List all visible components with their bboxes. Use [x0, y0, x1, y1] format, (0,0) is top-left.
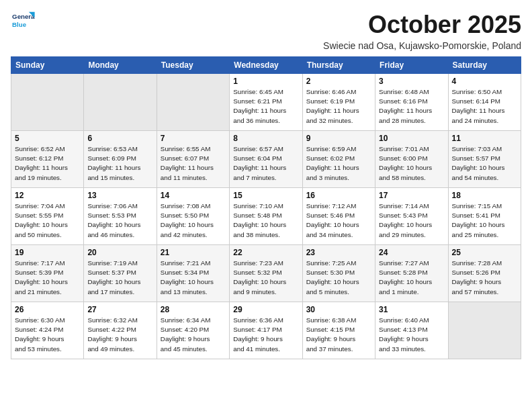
day-info: Sunrise: 6:32 AM Sunset: 4:22 PM Dayligh…	[87, 316, 152, 354]
svg-text:Blue: Blue	[12, 21, 27, 28]
day-number: 3	[379, 77, 444, 86]
location-subtitle: Swiecie nad Osa, Kujawsko-Pomorskie, Pol…	[323, 40, 521, 51]
calendar-day-12: 12Sunrise: 7:04 AM Sunset: 5:55 PM Dayli…	[11, 188, 84, 245]
day-header-sunday: Sunday	[11, 57, 84, 74]
day-number: 14	[161, 191, 226, 200]
day-info: Sunrise: 6:30 AM Sunset: 4:24 PM Dayligh…	[15, 316, 80, 354]
day-info: Sunrise: 7:21 AM Sunset: 5:34 PM Dayligh…	[161, 259, 226, 297]
day-number: 9	[306, 134, 371, 143]
calendar-day-16: 16Sunrise: 7:12 AM Sunset: 5:46 PM Dayli…	[302, 188, 375, 245]
day-number: 5	[15, 134, 80, 143]
day-number: 18	[452, 191, 517, 200]
day-header-saturday: Saturday	[448, 57, 521, 74]
calendar-day-18: 18Sunrise: 7:15 AM Sunset: 5:41 PM Dayli…	[448, 188, 521, 245]
calendar-week-3: 12Sunrise: 7:04 AM Sunset: 5:55 PM Dayli…	[11, 188, 521, 245]
day-info: Sunrise: 6:45 AM Sunset: 6:21 PM Dayligh…	[233, 87, 298, 126]
day-header-wednesday: Wednesday	[230, 57, 302, 74]
calendar-day-25: 25Sunrise: 7:28 AM Sunset: 5:26 PM Dayli…	[448, 245, 521, 302]
empty-cell	[11, 74, 84, 131]
calendar-day-8: 8Sunrise: 6:57 AM Sunset: 6:04 PM Daylig…	[230, 131, 302, 188]
day-header-friday: Friday	[375, 57, 448, 74]
day-number: 20	[87, 248, 152, 257]
day-info: Sunrise: 6:40 AM Sunset: 4:13 PM Dayligh…	[379, 316, 444, 354]
calendar-day-31: 31Sunrise: 6:40 AM Sunset: 4:13 PM Dayli…	[375, 302, 448, 359]
day-number: 17	[379, 191, 444, 200]
calendar-day-3: 3Sunrise: 6:48 AM Sunset: 6:16 PM Daylig…	[375, 74, 448, 131]
day-info: Sunrise: 7:01 AM Sunset: 6:00 PM Dayligh…	[379, 144, 444, 183]
day-info: Sunrise: 6:36 AM Sunset: 4:17 PM Dayligh…	[233, 316, 298, 354]
calendar-day-19: 19Sunrise: 7:17 AM Sunset: 5:39 PM Dayli…	[11, 245, 84, 302]
day-info: Sunrise: 6:55 AM Sunset: 6:07 PM Dayligh…	[161, 144, 226, 183]
day-number: 1	[233, 77, 298, 86]
day-number: 31	[379, 305, 444, 314]
day-number: 7	[161, 134, 226, 143]
empty-cell	[157, 74, 229, 131]
calendar-day-17: 17Sunrise: 7:14 AM Sunset: 5:43 PM Dayli…	[375, 188, 448, 245]
day-header-thursday: Thursday	[302, 57, 375, 74]
day-info: Sunrise: 7:17 AM Sunset: 5:39 PM Dayligh…	[15, 259, 80, 297]
calendar-table: SundayMondayTuesdayWednesdayThursdayFrid…	[11, 56, 521, 359]
day-number: 6	[87, 134, 152, 143]
calendar-week-4: 19Sunrise: 7:17 AM Sunset: 5:39 PM Dayli…	[11, 245, 521, 302]
general-blue-logo-icon: General Blue	[11, 11, 35, 31]
logo: General Blue	[11, 11, 38, 31]
day-header-tuesday: Tuesday	[157, 57, 229, 74]
calendar-day-10: 10Sunrise: 7:01 AM Sunset: 6:00 PM Dayli…	[375, 131, 448, 188]
calendar-day-11: 11Sunrise: 7:03 AM Sunset: 5:57 PM Dayli…	[448, 131, 521, 188]
day-info: Sunrise: 7:04 AM Sunset: 5:55 PM Dayligh…	[15, 201, 80, 240]
day-info: Sunrise: 7:15 AM Sunset: 5:41 PM Dayligh…	[452, 201, 517, 240]
day-number: 23	[306, 248, 371, 257]
day-number: 22	[233, 248, 298, 257]
day-info: Sunrise: 6:38 AM Sunset: 4:15 PM Dayligh…	[306, 316, 371, 354]
calendar-day-21: 21Sunrise: 7:21 AM Sunset: 5:34 PM Dayli…	[157, 245, 229, 302]
day-number: 8	[233, 134, 298, 143]
day-number: 16	[306, 191, 371, 200]
calendar-day-13: 13Sunrise: 7:06 AM Sunset: 5:53 PM Dayli…	[84, 188, 157, 245]
day-info: Sunrise: 7:23 AM Sunset: 5:32 PM Dayligh…	[233, 259, 298, 297]
calendar-header-row: SundayMondayTuesdayWednesdayThursdayFrid…	[11, 57, 521, 74]
calendar-day-15: 15Sunrise: 7:10 AM Sunset: 5:48 PM Dayli…	[230, 188, 302, 245]
calendar-day-1: 1Sunrise: 6:45 AM Sunset: 6:21 PM Daylig…	[230, 74, 302, 131]
day-number: 11	[452, 134, 517, 143]
day-info: Sunrise: 7:06 AM Sunset: 5:53 PM Dayligh…	[87, 201, 152, 240]
day-number: 15	[233, 191, 298, 200]
day-info: Sunrise: 6:59 AM Sunset: 6:02 PM Dayligh…	[306, 144, 371, 183]
calendar-week-2: 5Sunrise: 6:52 AM Sunset: 6:12 PM Daylig…	[11, 131, 521, 188]
day-info: Sunrise: 6:50 AM Sunset: 6:14 PM Dayligh…	[452, 87, 517, 126]
calendar-week-1: 1Sunrise: 6:45 AM Sunset: 6:21 PM Daylig…	[11, 74, 521, 131]
calendar-day-30: 30Sunrise: 6:38 AM Sunset: 4:15 PM Dayli…	[302, 302, 375, 359]
day-number: 28	[161, 305, 226, 314]
calendar-day-23: 23Sunrise: 7:25 AM Sunset: 5:30 PM Dayli…	[302, 245, 375, 302]
day-number: 4	[452, 77, 517, 86]
calendar-day-26: 26Sunrise: 6:30 AM Sunset: 4:24 PM Dayli…	[11, 302, 84, 359]
day-number: 10	[379, 134, 444, 143]
calendar-day-27: 27Sunrise: 6:32 AM Sunset: 4:22 PM Dayli…	[84, 302, 157, 359]
calendar-day-20: 20Sunrise: 7:19 AM Sunset: 5:37 PM Dayli…	[84, 245, 157, 302]
day-number: 26	[15, 305, 80, 314]
calendar-day-5: 5Sunrise: 6:52 AM Sunset: 6:12 PM Daylig…	[11, 131, 84, 188]
calendar-day-14: 14Sunrise: 7:08 AM Sunset: 5:50 PM Dayli…	[157, 188, 229, 245]
day-info: Sunrise: 6:48 AM Sunset: 6:16 PM Dayligh…	[379, 87, 444, 126]
day-info: Sunrise: 7:28 AM Sunset: 5:26 PM Dayligh…	[452, 259, 517, 297]
calendar-day-29: 29Sunrise: 6:36 AM Sunset: 4:17 PM Dayli…	[230, 302, 302, 359]
day-info: Sunrise: 7:08 AM Sunset: 5:50 PM Dayligh…	[161, 201, 226, 240]
calendar-day-22: 22Sunrise: 7:23 AM Sunset: 5:32 PM Dayli…	[230, 245, 302, 302]
day-info: Sunrise: 7:25 AM Sunset: 5:30 PM Dayligh…	[306, 259, 371, 297]
day-number: 2	[306, 77, 371, 86]
day-info: Sunrise: 7:03 AM Sunset: 5:57 PM Dayligh…	[452, 144, 517, 183]
page-header: General Blue October 2025 Swiecie nad Os…	[11, 11, 521, 51]
calendar-day-6: 6Sunrise: 6:53 AM Sunset: 6:09 PM Daylig…	[84, 131, 157, 188]
empty-cell	[84, 74, 157, 131]
day-number: 30	[306, 305, 371, 314]
day-number: 12	[15, 191, 80, 200]
title-section: October 2025 Swiecie nad Osa, Kujawsko-P…	[323, 11, 521, 51]
day-info: Sunrise: 7:19 AM Sunset: 5:37 PM Dayligh…	[87, 259, 152, 297]
day-number: 25	[452, 248, 517, 257]
day-info: Sunrise: 7:14 AM Sunset: 5:43 PM Dayligh…	[379, 201, 444, 240]
day-info: Sunrise: 6:52 AM Sunset: 6:12 PM Dayligh…	[15, 144, 80, 183]
day-header-monday: Monday	[84, 57, 157, 74]
day-info: Sunrise: 7:10 AM Sunset: 5:48 PM Dayligh…	[233, 201, 298, 240]
day-info: Sunrise: 6:53 AM Sunset: 6:09 PM Dayligh…	[87, 144, 152, 183]
day-number: 24	[379, 248, 444, 257]
day-number: 21	[161, 248, 226, 257]
